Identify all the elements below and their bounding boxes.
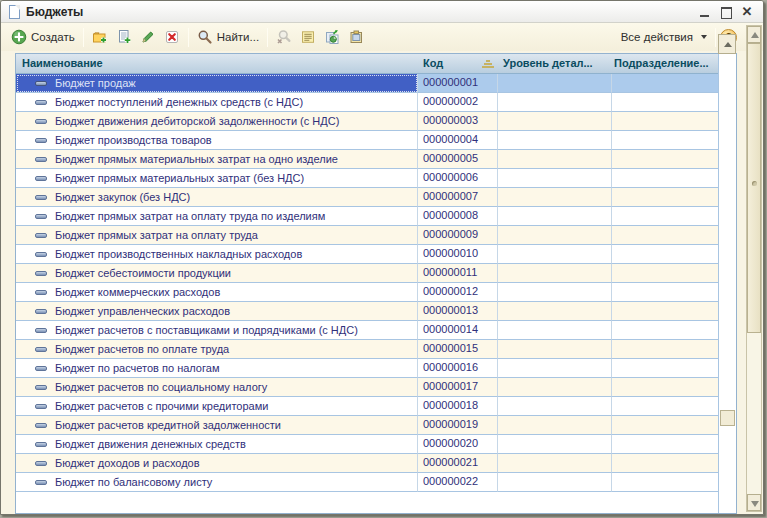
row-level-cell[interactable] — [498, 321, 612, 340]
row-name-cell[interactable]: Бюджет по балансовому листу — [16, 473, 418, 492]
row-level-cell[interactable] — [498, 150, 612, 169]
create-button[interactable]: Создать — [7, 27, 79, 47]
row-department-cell[interactable] — [612, 131, 718, 150]
table-row[interactable]: Бюджет расчетов кредитной задолженности0… — [16, 416, 736, 435]
row-code-cell[interactable]: 000000007 — [418, 188, 498, 207]
row-level-cell[interactable] — [498, 207, 612, 226]
row-department-cell[interactable] — [612, 321, 718, 340]
list-output-button[interactable] — [296, 27, 320, 47]
row-code-cell[interactable]: 000000018 — [418, 397, 498, 416]
create-group-button[interactable] — [88, 27, 112, 47]
row-department-cell[interactable] — [612, 340, 718, 359]
row-level-cell[interactable] — [498, 226, 612, 245]
row-name-cell[interactable]: Бюджет закупок (без НДС) — [16, 188, 418, 207]
row-level-cell[interactable] — [498, 340, 612, 359]
row-name-cell[interactable]: Бюджет по расчетов по налогам — [16, 359, 418, 378]
row-level-cell[interactable] — [498, 74, 612, 93]
row-level-cell[interactable] — [498, 359, 612, 378]
table-row[interactable]: Бюджет расчетов по социальному налогу000… — [16, 378, 736, 397]
delete-item-button[interactable] — [160, 27, 184, 47]
row-code-cell[interactable]: 000000005 — [418, 150, 498, 169]
row-department-cell[interactable] — [612, 74, 718, 93]
row-level-cell[interactable] — [498, 283, 612, 302]
row-department-cell[interactable] — [612, 416, 718, 435]
row-code-cell[interactable]: 000000017 — [418, 378, 498, 397]
row-name-cell[interactable]: Бюджет движения дебиторской задолженност… — [16, 112, 418, 131]
row-level-cell[interactable] — [498, 435, 612, 454]
row-code-cell[interactable]: 000000004 — [418, 131, 498, 150]
table-row[interactable]: Бюджет по расчетов по налогам000000016 — [16, 359, 736, 378]
table-row[interactable]: Бюджет расчетов с прочими кредиторами000… — [16, 397, 736, 416]
row-department-cell[interactable] — [612, 93, 718, 112]
row-name-cell[interactable]: Бюджет прямых материальных затрат (без Н… — [16, 169, 418, 188]
form-scrollbar-thumb[interactable] — [747, 43, 761, 333]
row-code-cell[interactable]: 000000006 — [418, 169, 498, 188]
row-department-cell[interactable] — [612, 283, 718, 302]
row-department-cell[interactable] — [612, 378, 718, 397]
row-code-cell[interactable]: 000000019 — [418, 416, 498, 435]
row-department-cell[interactable] — [612, 454, 718, 473]
row-code-cell[interactable]: 000000014 — [418, 321, 498, 340]
row-department-cell[interactable] — [612, 264, 718, 283]
row-name-cell[interactable]: Бюджет продаж — [16, 74, 418, 93]
all-actions-button[interactable]: Все действия — [617, 29, 711, 45]
row-department-cell[interactable] — [612, 226, 718, 245]
table-row[interactable]: Бюджет движения дебиторской задолженност… — [16, 112, 736, 131]
row-name-cell[interactable]: Бюджет прямых затрат на оплату труда — [16, 226, 418, 245]
column-header-name[interactable]: Наименование — [16, 54, 418, 73]
table-row[interactable]: Бюджет коммерческих расходов000000012 — [16, 283, 736, 302]
table-scrollbar-thumb[interactable] — [720, 410, 735, 426]
row-level-cell[interactable] — [498, 245, 612, 264]
row-department-cell[interactable] — [612, 397, 718, 416]
row-level-cell[interactable] — [498, 302, 612, 321]
scroll-up-icon[interactable] — [747, 26, 761, 43]
form-scrollbar[interactable] — [746, 25, 762, 512]
table-row[interactable]: Бюджет прямых затрат на оплату труда по … — [16, 207, 736, 226]
row-level-cell[interactable] — [498, 131, 612, 150]
table-row[interactable]: Бюджет доходов и расходов000000021 — [16, 454, 736, 473]
row-level-cell[interactable] — [498, 169, 612, 188]
row-department-cell[interactable] — [612, 473, 718, 492]
copy-item-button[interactable] — [112, 27, 136, 47]
table-row[interactable]: Бюджет прямых материальных затрат на одн… — [16, 150, 736, 169]
row-level-cell[interactable] — [498, 397, 612, 416]
row-level-cell[interactable] — [498, 112, 612, 131]
row-level-cell[interactable] — [498, 378, 612, 397]
table-row[interactable]: Бюджет производства товаров000000004 — [16, 131, 736, 150]
table-scrollbar[interactable] — [718, 54, 736, 513]
row-level-cell[interactable] — [498, 188, 612, 207]
row-department-cell[interactable] — [612, 245, 718, 264]
row-department-cell[interactable] — [612, 169, 718, 188]
row-name-cell[interactable]: Бюджет расчетов по социальному налогу — [16, 378, 418, 397]
row-code-cell[interactable]: 000000015 — [418, 340, 498, 359]
row-level-cell[interactable] — [498, 264, 612, 283]
table-row[interactable]: Бюджет расчетов по оплате труда000000015 — [16, 340, 736, 359]
row-code-cell[interactable]: 000000021 — [418, 454, 498, 473]
table-row[interactable]: Бюджет закупок (без НДС)000000007 — [16, 188, 736, 207]
row-name-cell[interactable]: Бюджет производственных накладных расход… — [16, 245, 418, 264]
row-code-cell[interactable]: 000000016 — [418, 359, 498, 378]
row-code-cell[interactable]: 000000020 — [418, 435, 498, 454]
clipboard-button[interactable] — [344, 27, 368, 47]
row-name-cell[interactable]: Бюджет прямых материальных затрат на одн… — [16, 150, 418, 169]
row-code-cell[interactable]: 000000011 — [418, 264, 498, 283]
row-code-cell[interactable]: 000000002 — [418, 93, 498, 112]
table-row[interactable]: Бюджет производственных накладных расход… — [16, 245, 736, 264]
row-name-cell[interactable]: Бюджет расчетов по оплате труда — [16, 340, 418, 359]
row-name-cell[interactable]: Бюджет расчетов с прочими кредиторами — [16, 397, 418, 416]
row-name-cell[interactable]: Бюджет управленческих расходов — [16, 302, 418, 321]
row-code-cell[interactable]: 000000010 — [418, 245, 498, 264]
configure-list-button[interactable] — [320, 27, 344, 47]
table-row[interactable]: Бюджет прямых материальных затрат (без Н… — [16, 169, 736, 188]
table-row[interactable]: Бюджет поступлений денежных средств (с Н… — [16, 93, 736, 112]
table-row[interactable]: Бюджет продаж000000001 — [16, 74, 736, 93]
column-header-level[interactable]: Уровень детал... — [498, 54, 612, 73]
row-code-cell[interactable]: 000000008 — [418, 207, 498, 226]
scroll-down-icon[interactable] — [747, 494, 761, 511]
row-name-cell[interactable]: Бюджет доходов и расходов — [16, 454, 418, 473]
row-code-cell[interactable]: 000000001 — [418, 74, 498, 93]
table-row[interactable]: Бюджет движения денежных средств00000002… — [16, 435, 736, 454]
row-code-cell[interactable]: 000000022 — [418, 473, 498, 492]
row-department-cell[interactable] — [612, 112, 718, 131]
minimize-icon[interactable] — [699, 6, 711, 18]
